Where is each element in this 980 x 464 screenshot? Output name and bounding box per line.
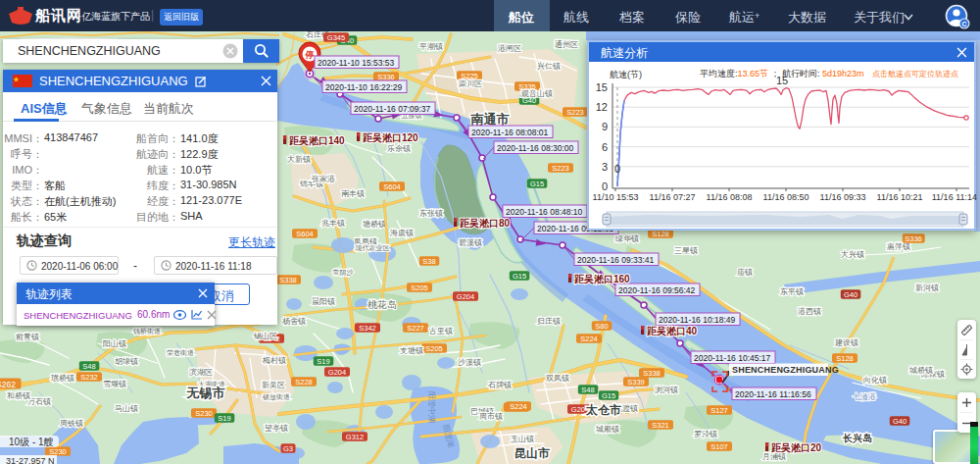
svg-text:雪堰镇: 雪堰镇	[103, 380, 126, 388]
svg-text:12: 12	[596, 101, 608, 113]
svg-text:G40: G40	[844, 290, 858, 299]
svg-text:现代农业区: 现代农业区	[356, 244, 390, 252]
svg-text:绿华镇: 绿华镇	[614, 234, 639, 243]
svg-text:2020-11-16 10:18:49: 2020-11-16 10:18:49	[659, 315, 736, 325]
svg-text:2020-11-10 15:53:53: 2020-11-10 15:53:53	[318, 58, 395, 68]
svg-text:0: 0	[614, 163, 620, 175]
svg-text:点击航速点可定位轨迹点: 点击航速点可定位轨迹点	[872, 70, 958, 78]
svg-text:2020-11-16 07:09:37: 2020-11-16 07:09:37	[354, 104, 431, 114]
svg-text:S339: S339	[627, 378, 645, 387]
svg-text:S228: S228	[295, 378, 313, 387]
svg-text:2020-11-16 11:16:56: 2020-11-16 11:16:56	[735, 389, 811, 399]
svg-text:S38: S38	[422, 257, 435, 266]
svg-text:滨湖区: 滨湖区	[189, 368, 213, 377]
svg-text:S205: S205	[411, 284, 428, 292]
svg-text:太仓市: 太仓市	[585, 403, 621, 417]
svg-text:距吴淞口160: 距吴淞口160	[574, 274, 630, 284]
svg-text:石牌镇: 石牌镇	[488, 381, 512, 389]
svg-text:G15: G15	[513, 272, 526, 281]
svg-text:S48: S48	[581, 386, 594, 394]
svg-text:万石镇: 万石镇	[27, 397, 51, 406]
svg-text:阳澄中湖: 阳澄中湖	[427, 391, 436, 423]
svg-text:庙镇: 庙镇	[737, 268, 753, 277]
svg-text:月浦镇: 月浦镇	[762, 452, 786, 461]
svg-text:G40: G40	[893, 417, 906, 426]
svg-text:SHENCHENGZHIGUANG: SHENCHENGZHIGUANG	[732, 365, 839, 375]
svg-text:距吴淞口140: 距吴淞口140	[289, 135, 345, 146]
svg-text:S321: S321	[652, 421, 669, 430]
svg-text:S19: S19	[218, 414, 230, 423]
svg-text:S224: S224	[580, 335, 598, 343]
svg-text:晨阳镇: 晨阳镇	[312, 297, 335, 306]
svg-text:距吴淞口20: 距吴淞口20	[771, 442, 822, 453]
svg-text:S127: S127	[710, 406, 728, 415]
svg-text:15: 15	[776, 75, 788, 86]
svg-text:归庄镇: 归庄镇	[537, 317, 561, 326]
svg-text:兴仁镇: 兴仁镇	[537, 62, 561, 71]
svg-text:S227: S227	[407, 324, 424, 333]
svg-text:平潮镇: 平潮镇	[419, 42, 443, 51]
svg-text:G15: G15	[602, 391, 615, 400]
svg-text:2020-11-16 09:33:41: 2020-11-16 09:33:41	[577, 255, 655, 265]
svg-text:G3: G3	[283, 444, 293, 453]
svg-text:古里镇: 古里镇	[428, 327, 453, 335]
svg-text:S338: S338	[279, 276, 297, 284]
svg-text:S80: S80	[595, 322, 608, 331]
svg-text:前黄镇: 前黄镇	[16, 333, 39, 341]
svg-text:距吴淞口120: 距吴淞口120	[363, 132, 418, 143]
svg-text:G15: G15	[530, 180, 544, 188]
svg-text:2020-11-16 09:56:42: 2020-11-16 09:56:42	[618, 285, 696, 295]
svg-text:周市镇: 周市镇	[479, 412, 503, 421]
svg-text:11/16 08:08: 11/16 08:08	[707, 192, 753, 202]
svg-text:荣巷街道: 荣巷街道	[167, 349, 194, 357]
svg-text:锡山区: 锡山区	[253, 332, 277, 340]
svg-text:璜桥镇: 璜桥镇	[51, 374, 74, 383]
svg-text:通州区: 通州区	[555, 39, 578, 49]
svg-text:S224: S224	[510, 402, 527, 411]
svg-text:9: 9	[602, 121, 608, 132]
svg-text:梅村镇: 梅村镇	[262, 356, 286, 365]
svg-text:11/16 07:27: 11/16 07:27	[650, 192, 696, 202]
svg-text:11/10 15:53: 11/10 15:53	[593, 192, 639, 202]
svg-text:兆丰镇: 兆丰镇	[321, 219, 345, 228]
svg-text:11/16 08:50: 11/16 08:50	[763, 192, 809, 202]
svg-text:沙溪镇: 沙溪镇	[458, 358, 481, 367]
svg-text:6: 6	[602, 141, 608, 153]
svg-text:3: 3	[602, 161, 608, 173]
svg-text:阳澄湖: 阳澄湖	[441, 424, 456, 449]
svg-text:11/16 11:14: 11/16 11:14	[932, 192, 977, 202]
svg-text:C: C	[961, 21, 966, 27]
svg-text:马山镇: 马山镇	[115, 404, 138, 413]
svg-text:海虞镇: 海虞镇	[390, 229, 414, 237]
svg-text:S232: S232	[80, 373, 98, 382]
svg-text:S604: S604	[296, 230, 314, 238]
svg-text:周铁镇: 周铁镇	[60, 419, 83, 428]
svg-text:浏河镇: 浏河镇	[655, 386, 678, 394]
svg-text:城厢镇: 城厢镇	[595, 425, 619, 434]
svg-text:S128: S128	[652, 230, 669, 238]
svg-text:港闸区: 港闸区	[498, 44, 521, 53]
svg-text:港西镇: 港西镇	[798, 307, 821, 316]
svg-text:S336: S336	[905, 234, 922, 243]
svg-text:张家港: 张家港	[312, 175, 335, 183]
svg-text:11/16 10:21: 11/16 10:21	[877, 192, 923, 202]
svg-text:南丰镇: 南丰镇	[341, 189, 365, 198]
svg-text:桃花岛: 桃花岛	[368, 299, 397, 310]
svg-text:杨舍镇: 杨舍镇	[282, 317, 306, 326]
svg-text:南通市: 南通市	[470, 112, 510, 127]
svg-text:15: 15	[596, 81, 608, 93]
svg-text:S223: S223	[552, 164, 569, 173]
svg-text:双凤镇: 双凤镇	[546, 374, 569, 383]
svg-text:新河镇: 新河镇	[915, 284, 939, 292]
svg-text:S223: S223	[566, 108, 584, 117]
svg-text:2020-11-10 16:22:29: 2020-11-10 16:22:29	[325, 82, 403, 92]
svg-text:常阴沙: 常阴沙	[333, 269, 354, 277]
svg-text:G345: G345	[327, 33, 345, 42]
svg-text:崇川区: 崇川区	[459, 79, 482, 88]
svg-text:S19: S19	[317, 357, 329, 366]
svg-text:S230: S230	[195, 409, 213, 418]
svg-text:硕放街道: 硕放街道	[262, 393, 290, 401]
svg-text:观音山镇: 观音山镇	[520, 89, 553, 98]
svg-text:S338: S338	[643, 369, 661, 378]
svg-text:2020-11-16 08:48:10: 2020-11-16 08:48:10	[506, 207, 583, 217]
